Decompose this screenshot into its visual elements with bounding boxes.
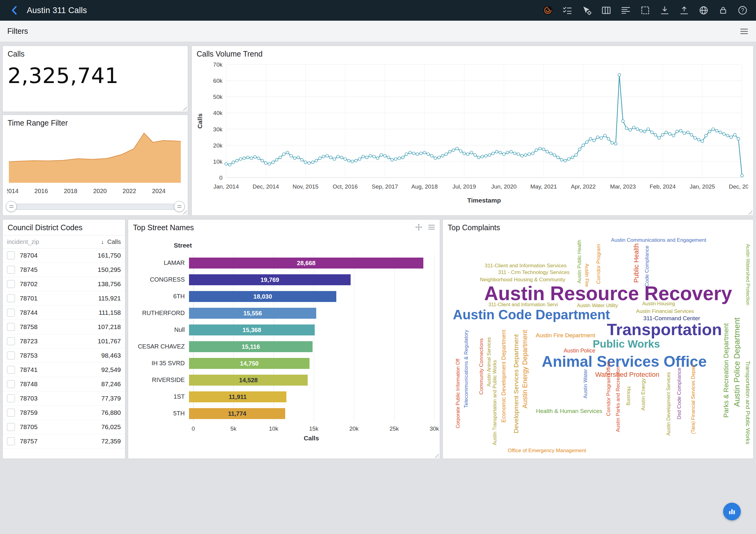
table-row[interactable]: 78744111,158	[3, 306, 125, 320]
street-bar[interactable]: 18,030	[189, 291, 336, 302]
svg-text:2016: 2016	[34, 188, 48, 194]
complaint-word: Public Health	[633, 243, 640, 283]
zip-code-value: 78759	[20, 409, 101, 416]
complaint-word: Austin Financial Services	[636, 309, 694, 314]
row-checkbox[interactable]	[7, 437, 15, 445]
table-row[interactable]: 78704161,750	[3, 248, 125, 263]
table-row[interactable]: 7870576,025	[3, 420, 125, 434]
svg-text:May, 2021: May, 2021	[530, 183, 557, 190]
selection-dashed-icon[interactable]	[640, 5, 651, 16]
table-row[interactable]: 7874887,246	[3, 377, 125, 392]
svg-text:Jun, 2020: Jun, 2020	[491, 183, 517, 190]
street-bar[interactable]: 11,911	[189, 392, 286, 402]
back-button[interactable]	[8, 4, 21, 17]
x-tick-label: 20k	[349, 425, 359, 432]
svg-text:70k: 70k	[213, 62, 223, 68]
table-row[interactable]: 7875772,359	[3, 434, 125, 448]
globe-icon[interactable]	[698, 5, 709, 16]
street-bar[interactable]: 11,774	[189, 408, 285, 419]
chart-fab-button[interactable]	[723, 503, 741, 520]
x-tick-label: 15k	[309, 425, 319, 432]
complaint-word: Code Compliance	[644, 245, 649, 287]
street-bar[interactable]: 15,116	[189, 341, 312, 352]
time-range-slider[interactable]	[7, 200, 183, 213]
svg-text:20k: 20k	[213, 142, 223, 149]
checklist-icon[interactable]	[562, 5, 573, 16]
table-row[interactable]: 78702138,756	[3, 277, 125, 291]
zip-code-value: 78705	[20, 423, 101, 431]
table-row[interactable]: 78758107,218	[3, 320, 125, 334]
top-street-names-card: Top Street Names Street LAMAR28,668CONGR…	[128, 219, 440, 459]
calls-total-value: 2,325,741	[3, 60, 188, 88]
x-tick-label: 10k	[269, 425, 279, 432]
row-checkbox[interactable]	[7, 337, 15, 345]
zip-code-value: 78744	[20, 309, 98, 316]
table-columns-icon[interactable]	[601, 5, 612, 16]
filters-menu-icon[interactable]	[740, 27, 749, 36]
complaint-word: Health & Human Services	[536, 408, 602, 414]
help-icon[interactable]: ?	[737, 5, 748, 16]
street-bar[interactable]: 28,668	[189, 258, 423, 268]
table-row[interactable]: 7875976,880	[3, 406, 125, 420]
bar-track: 15,556	[189, 308, 434, 319]
resize-handle[interactable]	[433, 452, 439, 458]
resize-handle[interactable]	[181, 105, 187, 111]
slider-handle-right[interactable]	[174, 201, 185, 212]
street-name-label: 6TH	[133, 293, 189, 300]
complaint-word: Community Connections	[479, 338, 484, 394]
bar-chart-icon	[727, 507, 737, 516]
table-row[interactable]: 78701115,921	[3, 291, 125, 306]
table-row[interactable]: 7875398,463	[3, 348, 125, 363]
row-checkbox[interactable]	[7, 423, 15, 431]
row-checkbox[interactable]	[7, 366, 15, 374]
bar-row: LAMAR28,668	[133, 255, 434, 271]
bar-value-label: 15,368	[189, 324, 315, 335]
slider-handle-left[interactable]	[6, 201, 17, 212]
zip-code-value: 78745	[20, 266, 98, 273]
bar-row: CONGRESS19,769	[133, 271, 434, 288]
row-checkbox[interactable]	[7, 266, 15, 274]
complaint-word: Austin Police Department	[733, 318, 741, 407]
column-header-incident-zip[interactable]: incident_zip	[7, 239, 101, 245]
align-left-icon[interactable]	[620, 5, 631, 16]
row-checkbox[interactable]	[7, 380, 15, 388]
pointer-settings-icon[interactable]	[581, 5, 592, 16]
time-range-filter-card: Time Range Filter 2014201620182020202220…	[2, 114, 188, 216]
upload-icon[interactable]	[679, 5, 689, 16]
row-checkbox[interactable]	[7, 280, 15, 288]
street-bar[interactable]: 14,528	[189, 375, 308, 386]
zip-code-value: 78753	[20, 352, 101, 359]
complaint-word: Austin Police	[564, 348, 595, 353]
row-checkbox[interactable]	[7, 323, 15, 331]
column-header-calls[interactable]: ↓ Calls	[101, 239, 121, 245]
street-bar[interactable]: 19,769	[189, 274, 351, 285]
slider-track[interactable]	[9, 204, 182, 210]
menu-icon[interactable]	[428, 223, 436, 231]
street-bar[interactable]: 14,750	[189, 358, 310, 369]
table-row[interactable]: 7874192,549	[3, 363, 125, 377]
calls-count-value: 76,025	[101, 423, 121, 431]
app-logo[interactable]	[542, 5, 553, 16]
download-icon[interactable]	[659, 5, 670, 16]
table-row[interactable]: 78745150,295	[3, 263, 125, 277]
bar-row: 6TH18,030	[133, 288, 434, 305]
row-checkbox[interactable]	[7, 251, 15, 259]
bar-yaxis-title: Street	[174, 242, 440, 249]
svg-text:40k: 40k	[213, 110, 223, 116]
complaint-word: Austin Parks and Recreation	[615, 367, 621, 432]
svg-text:2018: 2018	[64, 188, 78, 194]
table-row[interactable]: 78723101,767	[3, 334, 125, 348]
row-checkbox[interactable]	[7, 294, 15, 302]
x-tick-label: 5k	[230, 425, 236, 432]
row-checkbox[interactable]	[7, 394, 15, 402]
street-bar[interactable]: 15,368	[189, 324, 315, 335]
table-row[interactable]: 7870377,379	[3, 392, 125, 406]
zip-code-value: 78701	[20, 295, 98, 302]
row-checkbox[interactable]	[7, 309, 15, 317]
street-bar[interactable]: 15,556	[189, 308, 316, 319]
row-checkbox[interactable]	[7, 351, 15, 359]
svg-text:Nov, 2015: Nov, 2015	[292, 183, 318, 190]
lock-icon[interactable]	[718, 5, 729, 16]
move-icon[interactable]	[415, 223, 423, 231]
row-checkbox[interactable]	[7, 409, 15, 417]
